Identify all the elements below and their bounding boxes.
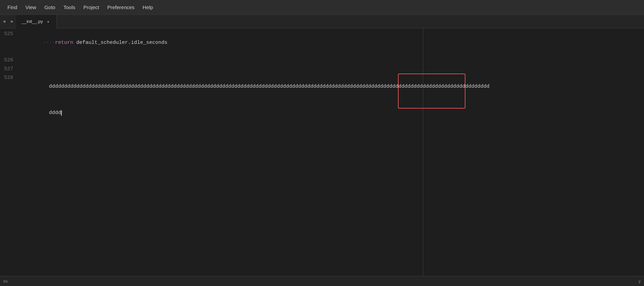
menu-bar: Find View Goto Tools Project Preferences… [0,0,644,15]
line-number-527: 527 [0,65,19,74]
menu-tools[interactable]: Tools [59,3,79,11]
code-line-empty-1 [0,126,644,135]
nav-forward-arrow[interactable]: ▶ [8,15,16,28]
menu-goto[interactable]: Goto [40,3,59,11]
code-line-528-first: 528 dddddddddddddddddddddddddddddddddddd… [0,74,644,100]
line-number-528: 528 [0,74,19,82]
tab-filename: __init__.py [22,19,43,24]
status-bar: ev. y [0,276,644,286]
tab-bar: ◀ ▶ __init__.py ● [0,15,644,28]
code-line-526: 526 [0,56,644,65]
line-number-525: 525 [0,30,19,38]
menu-project[interactable]: Project [79,3,103,11]
editor-content: 525 ····return default_scheduler.idle_se… [0,28,644,286]
ruler-line [423,28,423,286]
line-content-528-cont: dddd [19,100,644,126]
tab-close-icon[interactable]: ● [46,19,51,24]
menu-help[interactable]: Help [139,3,157,11]
code-line-527: 527 [0,65,644,74]
code-line-525: 525 ····return default_scheduler.idle_se… [0,30,644,56]
line-number-526: 526 [0,56,19,65]
text-cursor [61,110,62,116]
line-528-wrapper: 528 dddddddddddddddddddddddddddddddddddd… [0,74,644,126]
status-left: ev. [3,279,8,284]
menu-preferences[interactable]: Preferences [103,3,139,11]
menu-view[interactable]: View [21,3,40,11]
menu-find[interactable]: Find [3,3,21,11]
status-right: y [639,279,641,284]
file-tab[interactable]: __init__.py ● [16,15,57,28]
indent-dots-525: ···· [43,40,55,46]
nav-back-arrow[interactable]: ◀ [0,15,8,28]
editor-area[interactable]: 525 ····return default_scheduler.idle_se… [0,28,644,286]
line-content-528-main: dddddddddddddddddddddddddddddddddddddddd… [19,74,644,100]
code-line-528-continuation: dddd [0,100,644,126]
line-content-525: ····return default_scheduler.idle_second… [19,30,644,56]
code-text-528-first: dddddddddddddddddddddddddddddddddddddddd… [49,84,489,89]
keyword-return: return [55,40,73,46]
code-text-528-cont: dddd [49,110,62,116]
code-text-525: default_scheduler.idle_seconds [73,40,167,46]
